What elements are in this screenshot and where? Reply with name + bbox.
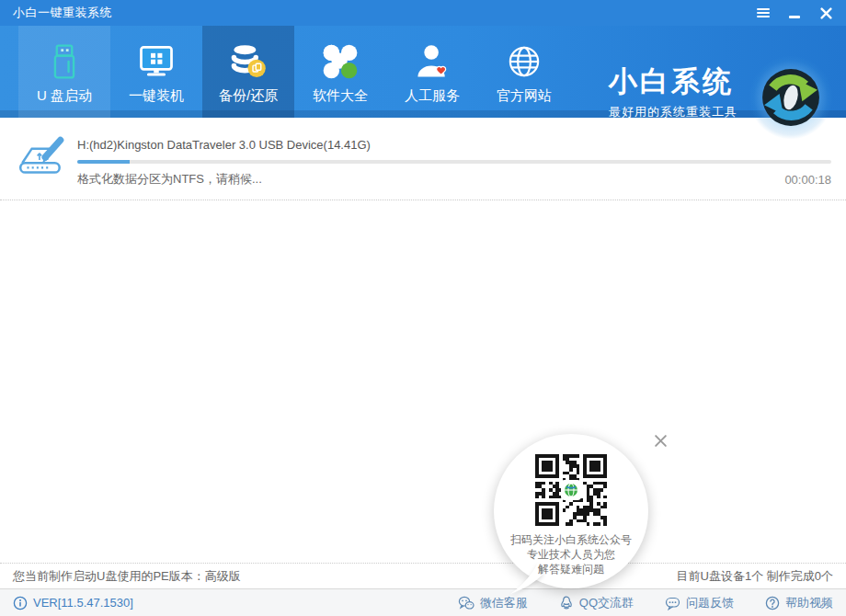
help-circle-icon xyxy=(765,596,780,610)
hamburger-icon xyxy=(757,8,770,18)
footer-link-label: 问题反馈 xyxy=(686,595,734,611)
device-label: H:(hd2)Kingston DataTraveler 3.0 USB Dev… xyxy=(77,138,831,152)
nav-tab-label: 备份/还原 xyxy=(219,87,278,105)
menu-button[interactable] xyxy=(756,6,771,20)
pe-version-text: 您当前制作启动U盘使用的PE版本：高级版 xyxy=(13,568,241,585)
titlebar: 小白一键重装系统 xyxy=(0,0,846,26)
nav-tab-backup-restore[interactable]: 备份/还原 xyxy=(202,26,294,118)
disk-write-icon xyxy=(15,131,68,184)
task-body: H:(hd2)Kingston DataTraveler 3.0 USB Dev… xyxy=(77,138,831,188)
feedback-link[interactable]: 问题反馈 xyxy=(665,595,734,611)
app-title: 小白一键重装系统 xyxy=(13,5,112,21)
nav-tab-website[interactable]: 官方网站 xyxy=(478,26,570,118)
progress-fill xyxy=(77,160,130,164)
brand-tagline: 最好用的系统重装工具 xyxy=(609,104,737,120)
qr-popup-line: 扫码关注小白系统公众号 xyxy=(510,532,632,547)
qr-popup: 扫码关注小白系统公众号 专业技术人员为您 解答疑难问题 xyxy=(494,434,648,588)
close-icon xyxy=(654,434,668,448)
qq-icon xyxy=(559,596,574,610)
progress-bar xyxy=(77,160,831,164)
footer-bar: VER[11.5.47.1530] 微信客服 xyxy=(0,588,846,616)
nav-tab-usb-boot[interactable]: U 盘启动 xyxy=(18,26,110,118)
monitor-windows-icon xyxy=(135,39,177,85)
status-bar: 您当前制作启动U盘使用的PE版本：高级版 目前U盘设备1个 制作完成0个 xyxy=(0,563,846,588)
brand-name: 小白系统 xyxy=(609,66,737,97)
qq-group-link[interactable]: QQ交流群 xyxy=(559,595,634,611)
qr-popup-text: 扫码关注小白系统公众号 专业技术人员为您 解答疑难问题 xyxy=(510,532,632,576)
qr-code xyxy=(535,454,607,526)
usb-count-text: 目前U盘设备1个 制作完成0个 xyxy=(677,568,833,585)
task-status-text: 格式化数据分区为NTFS，请稍候... xyxy=(77,171,262,188)
brand-block: 小白系统 最好用的系统重装工具 xyxy=(609,66,737,120)
clover-apps-icon xyxy=(320,39,360,85)
qr-popup-close-button[interactable] xyxy=(651,431,669,450)
nav-tab-label: 官方网站 xyxy=(497,87,552,105)
wechat-support-link[interactable]: 微信客服 xyxy=(458,595,528,611)
footer-link-label: 帮助视频 xyxy=(785,595,833,611)
close-button[interactable] xyxy=(818,6,833,20)
version-info[interactable]: VER[11.5.47.1530] xyxy=(13,596,133,610)
footer-link-label: 微信客服 xyxy=(480,595,528,611)
qr-popup-line: 解答疑难问题 xyxy=(510,562,632,576)
nav-tab-software[interactable]: 软件大全 xyxy=(294,26,386,118)
header-nav: U 盘启动 一键装机 xyxy=(0,26,846,118)
minimize-button[interactable] xyxy=(787,6,802,20)
task-panel: H:(hd2)Kingston DataTraveler 3.0 USB Dev… xyxy=(0,118,846,200)
footer-links: 微信客服 QQ交流群 问题反馈 xyxy=(458,595,833,611)
minimize-icon xyxy=(789,16,800,18)
feedback-bubble-icon xyxy=(665,596,680,610)
globe-icon xyxy=(504,39,544,85)
info-icon xyxy=(13,596,28,610)
nav-tab-label: 一键装机 xyxy=(129,87,184,105)
qr-center-logo-icon xyxy=(561,480,581,500)
nav-tabs: U 盘启动 一键装机 xyxy=(18,26,570,118)
wechat-icon xyxy=(458,596,474,610)
close-icon xyxy=(820,7,832,19)
app-window: 小白一键重装系统 xyxy=(0,0,846,616)
window-controls xyxy=(756,6,846,20)
nav-tab-label: 软件大全 xyxy=(313,87,368,105)
nav-tab-label: 人工服务 xyxy=(405,87,460,105)
nav-tab-support[interactable]: 人工服务 xyxy=(386,26,478,118)
qr-popup-line: 专业技术人员为您 xyxy=(510,547,632,562)
help-video-link[interactable]: 帮助视频 xyxy=(765,595,833,611)
usb-drive-icon xyxy=(44,39,85,85)
brand-logo-icon xyxy=(749,55,833,140)
nav-tab-label: U 盘启动 xyxy=(37,87,92,105)
footer-link-label: QQ交流群 xyxy=(579,595,634,611)
elapsed-time: 00:00:18 xyxy=(784,173,831,187)
nav-tab-one-key-install[interactable]: 一键装机 xyxy=(110,26,202,118)
version-text: VER[11.5.47.1530] xyxy=(33,596,133,610)
person-heart-icon xyxy=(412,39,452,85)
database-backup-icon xyxy=(227,39,269,85)
